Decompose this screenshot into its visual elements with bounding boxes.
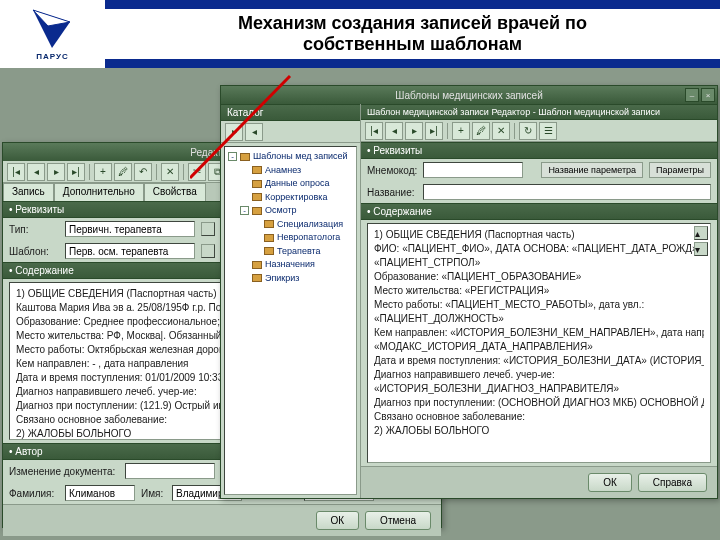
undo-icon[interactable]: ↶: [134, 163, 152, 181]
refresh-icon[interactable]: ↻: [519, 122, 537, 140]
ok-button[interactable]: ОК: [316, 511, 360, 530]
tpl-label: Шаблон:: [9, 246, 59, 257]
tab-record[interactable]: Запись: [3, 183, 54, 201]
tpl-picker[interactable]: [201, 244, 215, 258]
tpl-field[interactable]: [65, 243, 195, 259]
section-content: • Содержание: [361, 203, 717, 220]
add-icon[interactable]: +: [94, 163, 112, 181]
close-icon[interactable]: ×: [701, 88, 715, 102]
template-editor: Шаблон медицинской записи Редактор - Шаб…: [361, 104, 717, 498]
props-icon[interactable]: ☰: [539, 122, 557, 140]
cancel-button[interactable]: Отмена: [365, 511, 431, 530]
delete-icon[interactable]: ✕: [161, 163, 179, 181]
nav-prev-icon[interactable]: ◂: [385, 122, 403, 140]
nav-first-icon[interactable]: |◂: [7, 163, 25, 181]
scroll-down-icon[interactable]: ▾: [694, 242, 708, 256]
date-field[interactable]: [125, 463, 215, 479]
param-name-col: Название пареметра: [541, 162, 643, 178]
type-picker[interactable]: [201, 222, 215, 236]
ok-button[interactable]: ОК: [588, 473, 632, 492]
nav-first-icon[interactable]: |◂: [365, 122, 383, 140]
add-icon[interactable]: +: [452, 122, 470, 140]
tree-node[interactable]: Эпикриз: [228, 272, 353, 286]
param-type-col: Параметры: [649, 162, 711, 178]
section-requisites: • Реквизиты: [361, 142, 717, 159]
mnemo-field[interactable]: [423, 162, 523, 178]
tree-node[interactable]: Назначения: [228, 258, 353, 272]
editor-header: Шаблон медицинской записи Редактор - Шаб…: [361, 104, 717, 120]
fam-label: Фамилия:: [9, 488, 59, 499]
nav-next-icon[interactable]: ▸: [47, 163, 65, 181]
minimize-icon[interactable]: –: [685, 88, 699, 102]
name-label: Название:: [367, 187, 417, 198]
svg-line-0: [190, 76, 290, 178]
template-content[interactable]: ▴ ▾ 1) ОБЩИЕ СВЕДЕНИЯ (Паспортная часть)…: [367, 223, 711, 463]
nav-last-icon[interactable]: ▸|: [425, 122, 443, 140]
edit-icon[interactable]: 🖉: [114, 163, 132, 181]
catalog-tree[interactable]: -Шаблоны мед записейАнамнезДанные опроса…: [224, 146, 357, 495]
nav-next-icon[interactable]: ▸: [405, 122, 423, 140]
nav-last-icon[interactable]: ▸|: [67, 163, 85, 181]
tree-node[interactable]: Невропатолога: [228, 231, 353, 245]
name-field[interactable]: [423, 184, 711, 200]
tab-extra[interactable]: Дополнительно: [54, 183, 144, 201]
page-title: Механизм создания записей врачей по собс…: [105, 9, 720, 59]
help-button[interactable]: Справка: [638, 473, 707, 492]
logo: ПАРУС: [0, 0, 105, 68]
app-header: ПАРУС Механизм создания записей врачей п…: [0, 0, 720, 68]
fam-field[interactable]: [65, 485, 135, 501]
date-label: Изменение документа:: [9, 466, 119, 477]
arrow: [190, 68, 300, 188]
name-label: Имя:: [141, 488, 166, 499]
tree-node[interactable]: -Осмотр: [228, 204, 353, 218]
tree-node[interactable]: Корректировка: [228, 191, 353, 205]
nav-prev-icon[interactable]: ◂: [27, 163, 45, 181]
tree-node[interactable]: Специализация: [228, 218, 353, 232]
edit-icon[interactable]: 🖉: [472, 122, 490, 140]
mnemo-label: Мнемокод:: [367, 165, 417, 176]
type-label: Тип:: [9, 224, 59, 235]
scroll-up-icon[interactable]: ▴: [694, 226, 708, 240]
tree-node[interactable]: Терапевта: [228, 245, 353, 259]
delete-icon[interactable]: ✕: [492, 122, 510, 140]
type-field[interactable]: [65, 221, 195, 237]
